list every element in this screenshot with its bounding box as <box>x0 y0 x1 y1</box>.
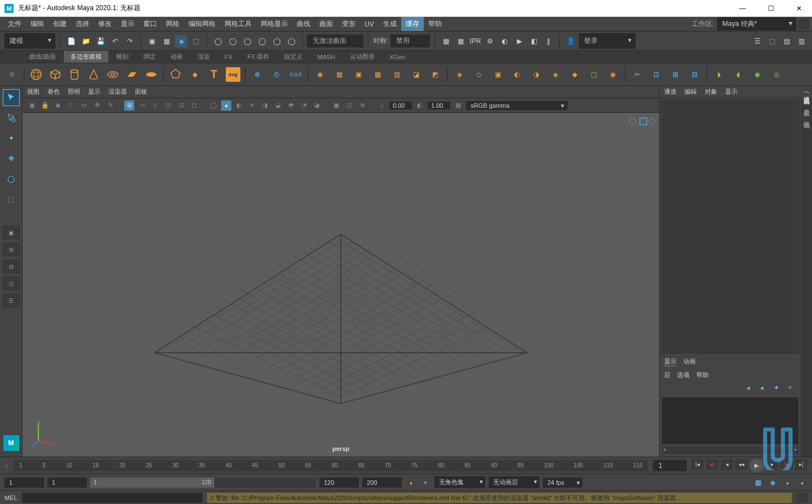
redo-icon[interactable]: ↷ <box>124 35 136 47</box>
render-view-icon[interactable]: ◧ <box>528 35 540 47</box>
outliner-toggle-icon[interactable]: ☰ <box>751 35 763 47</box>
shelf-tab-sculpt[interactable]: 雕刻 <box>109 51 135 63</box>
menu-create[interactable]: 创建 <box>49 17 71 31</box>
wedge-icon[interactable]: ◑ <box>529 67 543 82</box>
snap-plane-icon[interactable]: ◯ <box>256 35 268 47</box>
snap-center-icon[interactable]: ◯ <box>285 35 297 47</box>
menu-meshdisplay[interactable]: 网格显示 <box>256 17 292 31</box>
shelf-tab-rendering[interactable]: 渲染 <box>191 51 217 63</box>
vp-textured-icon[interactable]: ◐ <box>234 100 244 111</box>
shelf-tab-curves[interactable]: 曲线/曲面 <box>23 51 63 63</box>
viewcube-icon[interactable] <box>627 116 656 126</box>
vp-grease-icon[interactable]: ✎ <box>105 100 115 111</box>
combine-icon[interactable]: ◉ <box>313 67 327 82</box>
vp-grid-toggle-icon[interactable]: ⊞ <box>124 100 134 111</box>
poly-pyramid-icon[interactable]: ◆ <box>187 67 202 82</box>
shelf-tab-animation[interactable]: 动画 <box>164 51 190 63</box>
snap-point-icon[interactable]: ◯ <box>241 35 253 47</box>
layer-menu-layer[interactable]: 层 <box>664 371 670 379</box>
menu-window[interactable]: 窗口 <box>139 17 161 31</box>
vp-image-plane-icon[interactable]: ▭ <box>79 100 89 111</box>
sculpt-brush1-icon[interactable]: ◗ <box>712 67 726 82</box>
vp-safe-action-icon[interactable]: ◻ <box>189 100 199 111</box>
anim-layer-dropdown[interactable]: 无动画层 <box>489 476 539 488</box>
fill-hole-icon[interactable]: ◩ <box>428 67 442 82</box>
vp-exposure-value[interactable]: 0.00 <box>389 102 412 109</box>
shelf-layout-button[interactable] <box>798 19 809 29</box>
shelf-tab-motion[interactable]: 运动图形 <box>343 51 381 63</box>
poke-icon[interactable]: ◈ <box>548 67 563 82</box>
vp-menu-lighting[interactable]: 照明 <box>68 87 80 96</box>
anim-start-field[interactable]: 1 <box>5 477 44 488</box>
sculpt-brush2-icon[interactable]: ◖ <box>731 67 745 82</box>
menu-mesh[interactable]: 网格 <box>161 17 184 31</box>
vp-wireframe-icon[interactable]: ◯ <box>208 100 218 111</box>
interactive-creation-icon[interactable]: ⊕ <box>250 67 265 82</box>
shelf-tab-xgen[interactable]: XGen <box>383 52 412 62</box>
step-back-key-icon[interactable]: ◂| <box>706 459 718 470</box>
vp-viewtransform-icon[interactable]: ▦ <box>453 100 463 111</box>
save-scene-icon[interactable]: 💾 <box>94 35 107 47</box>
snap-together-icon[interactable]: ⊙ <box>269 67 284 82</box>
vp-xray-joints-icon[interactable]: ⊗ <box>357 100 367 111</box>
chamfer-icon[interactable]: ◆ <box>567 67 582 82</box>
menu-meshtools[interactable]: 网格工具 <box>220 17 256 31</box>
close-button[interactable]: ✕ <box>791 5 807 12</box>
character-set-dropdown[interactable]: 无角色集 <box>434 476 485 488</box>
layer-tab-anim[interactable]: 动画 <box>683 357 696 366</box>
layer-menu-help[interactable]: 帮助 <box>696 371 709 379</box>
vp-lock-camera-icon[interactable]: 🔒 <box>40 100 50 111</box>
multicut-icon[interactable]: ✂ <box>630 67 644 82</box>
paint-select-tool[interactable]: ✦ <box>3 130 20 147</box>
range-end-field[interactable]: 120 <box>319 477 359 488</box>
mirror-icon[interactable]: ◪ <box>409 67 423 82</box>
menu-editmesh[interactable]: 编辑网格 <box>184 17 220 31</box>
maximize-button[interactable]: ☐ <box>762 5 779 12</box>
cb-object[interactable]: 对象 <box>705 87 717 96</box>
vp-field-chart-icon[interactable]: ⊡ <box>176 100 186 111</box>
layer-new-selected-icon[interactable]: ✧ <box>787 384 796 393</box>
hypergraph-icon[interactable]: ▥ <box>795 35 807 47</box>
menu-edit[interactable]: 编辑 <box>26 17 49 31</box>
cb-edit[interactable]: 编辑 <box>684 87 697 96</box>
poly-plane-icon[interactable] <box>125 67 139 82</box>
layout-outliner-icon[interactable]: ☰ <box>3 293 20 307</box>
menu-select[interactable]: 选择 <box>71 17 94 31</box>
boolean-icon[interactable]: ▣ <box>351 67 366 82</box>
shelf-tab-fx[interactable]: FX <box>218 52 239 62</box>
current-frame-field[interactable]: 1 <box>653 460 687 471</box>
snap-live-icon[interactable]: ◯ <box>270 35 283 47</box>
poly-cone-icon[interactable] <box>86 67 101 82</box>
channelbox-content[interactable] <box>661 99 800 354</box>
mode-dropdown[interactable]: 建模 <box>5 33 55 49</box>
vp-shaded-icon[interactable]: ● <box>221 100 231 111</box>
playback-pref3-icon[interactable]: ⬥ <box>782 477 793 488</box>
platonic-icon[interactable] <box>168 67 183 82</box>
cb-show[interactable]: 显示 <box>725 87 738 96</box>
menu-cache[interactable]: 缓存 <box>401 17 424 31</box>
vp-select-camera-icon[interactable]: ▣ <box>27 100 37 111</box>
play-back-icon[interactable]: ◂◂ <box>735 459 748 470</box>
poly-sphere-icon[interactable] <box>29 67 43 82</box>
vp-2d-pan-icon[interactable]: ✥ <box>92 100 102 111</box>
set-key-icon[interactable]: ⬥ <box>405 477 416 488</box>
vp-aa-icon[interactable]: ◔ <box>299 100 309 111</box>
range-slider[interactable]: 1120 <box>90 477 316 488</box>
vp-menu-panels[interactable]: 面板 <box>135 87 147 96</box>
menu-display[interactable]: 显示 <box>116 17 139 31</box>
vp-res-gate-icon[interactable]: ▯ <box>150 100 160 111</box>
layout-four-icon[interactable]: ⊞ <box>3 243 20 256</box>
layer-new-empty-icon[interactable]: ✦ <box>774 384 783 393</box>
menu-curve[interactable]: 曲线 <box>292 17 315 31</box>
vp-xray-icon[interactable]: ◫ <box>344 100 354 111</box>
sculpt-brush3-icon[interactable]: ◉ <box>750 67 765 82</box>
node-editor-icon[interactable]: ▤ <box>780 35 793 47</box>
vp-bookmark-icon[interactable]: ⚐ <box>66 100 76 111</box>
select-object-icon[interactable]: ▦ <box>160 35 173 47</box>
menu-surface[interactable]: 曲面 <box>315 17 337 31</box>
poly-disc-icon[interactable] <box>144 67 159 82</box>
step-forward-key-icon[interactable]: |▸ <box>780 459 793 470</box>
vp-motion-blur-icon[interactable]: ◓ <box>286 100 296 111</box>
prefs-icon[interactable]: ⬥ <box>796 477 807 488</box>
layer-moveup-icon[interactable]: ◂ <box>747 384 756 393</box>
